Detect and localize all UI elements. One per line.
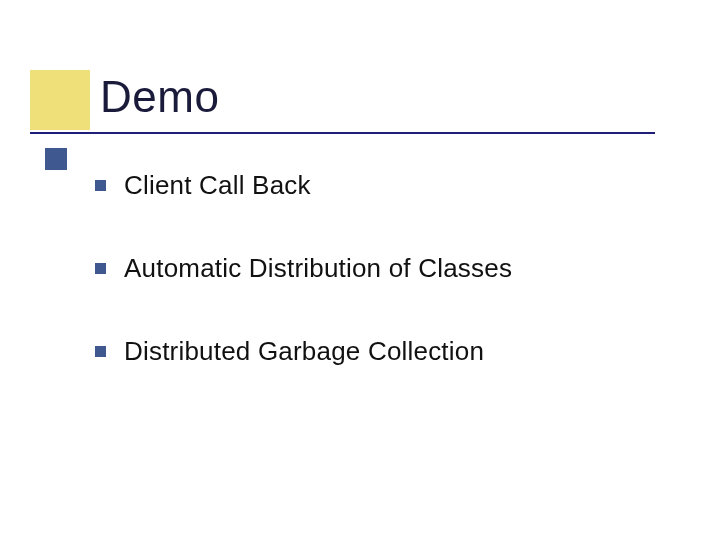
list-item: Client Call Back <box>95 170 655 201</box>
title-underline <box>30 132 655 134</box>
bullet-list: Client Call Back Automatic Distribution … <box>95 170 655 419</box>
title-accent-square <box>30 70 90 130</box>
list-item: Automatic Distribution of Classes <box>95 253 655 284</box>
bullet-text: Distributed Garbage Collection <box>124 336 484 367</box>
bullet-text: Client Call Back <box>124 170 311 201</box>
bullet-icon <box>95 180 106 191</box>
bullet-text: Automatic Distribution of Classes <box>124 253 512 284</box>
bullet-icon <box>95 263 106 274</box>
bullet-icon <box>95 346 106 357</box>
slide-title: Demo <box>100 72 219 122</box>
list-item: Distributed Garbage Collection <box>95 336 655 367</box>
nav-accent-square <box>45 148 67 170</box>
